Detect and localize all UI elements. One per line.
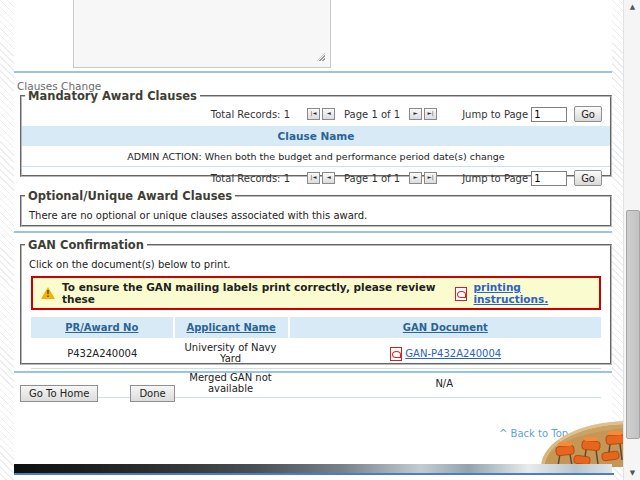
next-page-icon: ► xyxy=(414,111,418,117)
vertical-scrollbar[interactable]: ▲ ▼ xyxy=(623,0,640,480)
prev-page-icon: ◄ xyxy=(326,111,330,117)
printing-instructions-link[interactable]: printing instructions. xyxy=(474,281,594,305)
jump-to-page-label: Jump to Page xyxy=(462,109,528,120)
optional-unique-award-clauses-section: Optional/Unique Award Clauses There are … xyxy=(20,189,612,227)
first-page-button[interactable]: |◄ xyxy=(307,108,320,120)
section-divider xyxy=(14,231,612,233)
go-to-home-button[interactable]: Go To Home xyxy=(20,385,98,402)
first-page-button[interactable]: |◄ xyxy=(307,172,320,184)
page-indicator: Page 1 of 1 xyxy=(344,109,400,120)
section-divider xyxy=(14,371,612,373)
jump-to-page-input[interactable] xyxy=(531,107,567,122)
pr-award-no-value: P432A240004 xyxy=(31,344,174,363)
applicant-name-column-header[interactable]: Applicant Name xyxy=(175,317,290,338)
scrollbar-thumb[interactable] xyxy=(626,210,640,439)
optional-unique-award-clauses-legend: Optional/Unique Award Clauses xyxy=(25,189,235,203)
clause-name-column-header: Clause Name xyxy=(22,126,610,146)
gan-confirmation-section: GAN Confirmation Click on the document(s… xyxy=(20,238,612,365)
comments-textarea[interactable] xyxy=(73,0,331,68)
clause-row: ADMIN ACTION: When both the budget and p… xyxy=(22,146,610,167)
gan-confirmation-legend: GAN Confirmation xyxy=(25,238,147,252)
next-page-button[interactable]: ► xyxy=(409,172,422,184)
prev-page-button[interactable]: ◄ xyxy=(322,172,335,184)
pr-award-no-column-header[interactable]: PR/Award No xyxy=(31,317,175,338)
jump-to-page-label: Jump to Page xyxy=(462,173,528,184)
table-row: P432A240004 University of Navy Yard GAN-… xyxy=(31,338,601,368)
merged-gan-status: Merged GAN not available xyxy=(174,369,288,397)
prev-page-button[interactable]: ◄ xyxy=(322,108,335,120)
gan-document-link[interactable]: GAN-P432A240004 xyxy=(405,348,501,359)
next-page-button[interactable]: ► xyxy=(409,108,422,120)
first-page-icon: |◄ xyxy=(310,111,316,117)
gan-document-na: N/A xyxy=(288,375,602,392)
page-left-margin-pattern xyxy=(0,0,14,480)
pdf-icon xyxy=(390,347,402,361)
total-records-label: Total Records: 1 xyxy=(211,173,290,184)
gan-document-column-header[interactable]: GAN Document xyxy=(290,317,601,338)
scroll-up-icon[interactable]: ▲ xyxy=(624,0,640,14)
applicant-name-value: University of Navy Yard xyxy=(174,338,288,368)
pdf-icon xyxy=(455,287,467,301)
page-indicator: Page 1 of 1 xyxy=(344,173,400,184)
last-page-button[interactable]: ►| xyxy=(424,108,437,120)
last-page-icon: ►| xyxy=(428,175,434,181)
next-page-icon: ► xyxy=(414,175,418,181)
back-to-top-link[interactable]: ^ Back to Top xyxy=(499,428,568,439)
warning-icon xyxy=(41,287,55,299)
action-buttons: Go To Home Done xyxy=(20,382,175,402)
gan-document-cell: GAN-P432A240004 xyxy=(288,343,602,363)
scroll-down-icon[interactable]: ▼ xyxy=(624,466,640,480)
prev-page-icon: ◄ xyxy=(326,175,330,181)
gan-table-header-row: PR/Award No Applicant Name GAN Document xyxy=(31,317,601,338)
first-page-icon: |◄ xyxy=(310,175,316,181)
pagination-top: Total Records: 1 |◄ ◄ Page 1 of 1 ► ►| J… xyxy=(22,103,610,122)
section-divider xyxy=(14,71,612,73)
footer-gradient-bar xyxy=(14,464,612,473)
no-optional-clauses-message: There are no optional or unique clauses … xyxy=(22,203,610,221)
mandatory-award-clauses-section: Mandatory Award Clauses Total Records: 1… xyxy=(20,89,612,177)
warning-text: To ensure the GAN mailing labels print c… xyxy=(62,281,452,305)
last-page-icon: ►| xyxy=(428,111,434,117)
last-page-button[interactable]: ►| xyxy=(424,172,437,184)
go-button[interactable]: Go xyxy=(574,106,602,122)
mandatory-award-clauses-legend: Mandatory Award Clauses xyxy=(25,89,200,103)
total-records-label: Total Records: 1 xyxy=(211,109,290,120)
page-right-margin-pattern xyxy=(612,0,623,480)
print-instruction-text: Click on the document(s) below to print. xyxy=(22,252,610,270)
footer-accent-line xyxy=(14,473,614,475)
printing-warning-banner: To ensure the GAN mailing labels print c… xyxy=(31,276,601,310)
jump-to-page-input[interactable] xyxy=(531,171,567,186)
pagination-bottom: Total Records: 1 |◄ ◄ Page 1 of 1 ► ►| J… xyxy=(22,167,610,186)
done-button[interactable]: Done xyxy=(130,385,174,402)
go-button[interactable]: Go xyxy=(574,170,602,186)
